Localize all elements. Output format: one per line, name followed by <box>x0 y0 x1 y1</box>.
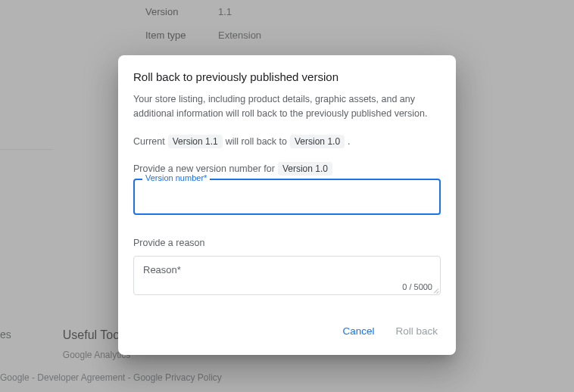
version-number-field: Version number* <box>133 179 441 215</box>
modal-overlay[interactable]: Roll back to previously published versio… <box>0 0 574 392</box>
dialog-actions: Cancel Roll back <box>118 298 456 355</box>
resize-handle-icon[interactable] <box>432 286 439 294</box>
provide-version-chip: Version 1.0 <box>278 162 332 176</box>
rollback-summary-line: Current Version 1.1 will roll back to Ve… <box>133 135 441 148</box>
current-version-chip: Version 1.1 <box>168 135 223 148</box>
rollback-dialog: Roll back to previously published versio… <box>118 55 456 355</box>
reason-placeholder: Reason* <box>143 264 431 275</box>
period: . <box>348 136 350 147</box>
target-version-chip: Version 1.0 <box>290 135 345 148</box>
dialog-description: Your store listing, including product de… <box>133 92 441 121</box>
provide-version-text: Provide a new version number for <box>133 163 275 174</box>
version-number-label: Version number* <box>142 173 210 182</box>
dialog-title: Roll back to previously published versio… <box>133 70 441 83</box>
reason-textarea[interactable]: Reason* 0 / 5000 <box>133 256 441 295</box>
will-rollback-text: will roll back to <box>226 136 287 147</box>
cancel-button[interactable]: Cancel <box>339 321 377 341</box>
reason-heading: Provide a reason <box>133 238 441 248</box>
char-count: 0 / 5000 <box>402 282 432 291</box>
current-label: Current <box>133 136 165 147</box>
rollback-button[interactable]: Roll back <box>392 321 441 341</box>
version-number-input[interactable] <box>133 179 441 215</box>
